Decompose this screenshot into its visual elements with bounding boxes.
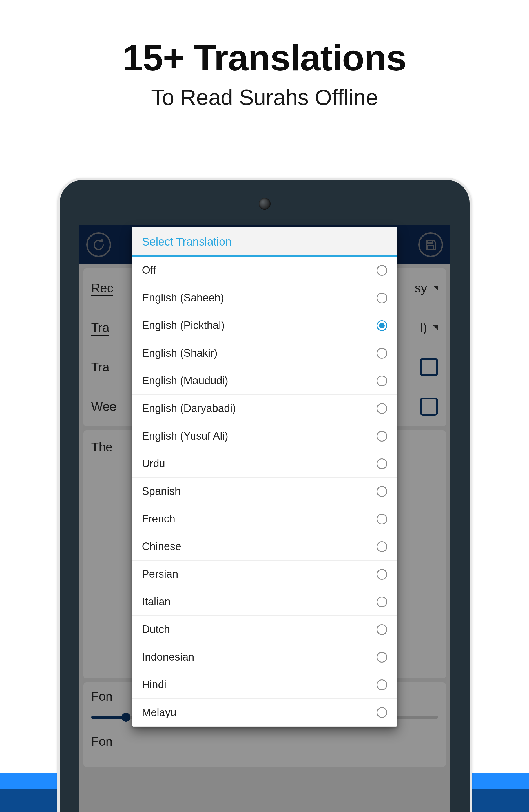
option-label: Persian [142,568,178,580]
translation-option[interactable]: English (Shakir) [132,339,397,367]
settings-label: Fon [91,690,113,704]
dropdown-icon [433,286,438,291]
translation-option[interactable]: English (Pickthal) [132,312,397,339]
translation-option[interactable]: Italian [132,588,397,616]
settings-row-font2[interactable]: Fon [91,727,438,756]
translation-option[interactable]: Melayu [132,699,397,726]
tablet-screen: Rec sy Tra l) Tra Wee The [79,225,450,812]
translation-option[interactable]: English (Yusuf Ali) [132,422,397,450]
translation-option[interactable]: Dutch [132,616,397,643]
option-label: Chinese [142,540,181,553]
translation-option[interactable]: English (Saheeh) [132,284,397,312]
option-label: French [142,513,175,525]
slider-fill [91,715,126,719]
radio-icon[interactable] [377,265,387,276]
promo-page: 15+ Translations To Read Surahs Offline … [0,0,529,812]
hero-title: 15+ Translations [0,37,529,79]
translation-option[interactable]: Off [132,257,397,284]
translation-option[interactable]: English (Daryabadi) [132,395,397,422]
radio-icon[interactable] [377,486,387,497]
slider-thumb[interactable] [121,713,131,722]
settings-label: Rec [91,281,113,295]
radio-icon[interactable] [377,624,387,635]
option-label: Dutch [142,623,170,636]
option-label: Spanish [142,485,181,497]
option-label: Hindi [142,679,166,691]
tablet-frame: Rec sy Tra l) Tra Wee The [58,178,472,812]
option-label: Off [142,264,156,276]
save-button[interactable] [418,232,443,257]
hero: 15+ Translations To Read Surahs Offline [0,0,529,110]
translation-option[interactable]: Spanish [132,478,397,505]
radio-icon[interactable] [377,597,387,607]
select-translation-dialog: Select Translation OffEnglish (Saheeh)En… [132,227,397,727]
translation-option[interactable]: English (Maududi) [132,367,397,395]
settings-value: l) [420,321,438,335]
translation-option[interactable]: Chinese [132,533,397,561]
refresh-button[interactable] [86,232,111,257]
radio-icon[interactable] [377,680,387,690]
translation-option[interactable]: Hindi [132,671,397,699]
radio-icon[interactable] [377,707,387,718]
radio-icon[interactable] [377,320,387,331]
option-label: English (Saheeh) [142,292,224,304]
radio-icon[interactable] [377,459,387,469]
option-label: English (Pickthal) [142,319,225,332]
checkbox[interactable] [420,358,438,376]
option-label: English (Maududi) [142,375,228,387]
option-label: Urdu [142,458,165,470]
dialog-option-list[interactable]: OffEnglish (Saheeh)English (Pickthal)Eng… [132,257,397,726]
option-label: Italian [142,596,171,608]
radio-icon[interactable] [377,569,387,580]
settings-label: The [91,440,113,454]
hero-subtitle: To Read Surahs Offline [0,85,529,110]
option-label: English (Yusuf Ali) [142,430,228,442]
translation-option[interactable]: Persian [132,561,397,588]
settings-label: Tra [91,321,109,335]
settings-label: Wee [91,400,117,414]
translation-option[interactable]: French [132,505,397,533]
dialog-title: Select Translation [132,227,397,257]
dropdown-icon [433,325,438,330]
radio-icon[interactable] [377,431,387,441]
save-icon [424,238,437,251]
refresh-icon [92,238,105,251]
option-label: Melayu [142,707,177,719]
radio-icon[interactable] [377,348,387,359]
tablet-camera [259,198,270,210]
option-label: English (Daryabadi) [142,402,236,415]
option-label: English (Shakir) [142,347,218,359]
settings-label: Fon [91,735,113,749]
translation-option[interactable]: Urdu [132,450,397,478]
radio-icon[interactable] [377,652,387,663]
radio-icon[interactable] [377,514,387,524]
radio-icon[interactable] [377,403,387,414]
translation-option[interactable]: Indonesian [132,643,397,671]
radio-icon[interactable] [377,541,387,552]
option-label: Indonesian [142,651,194,663]
radio-icon[interactable] [377,293,387,303]
settings-label: Tra [91,360,109,374]
radio-icon[interactable] [377,376,387,386]
checkbox[interactable] [420,397,438,416]
settings-value: sy [415,281,438,295]
